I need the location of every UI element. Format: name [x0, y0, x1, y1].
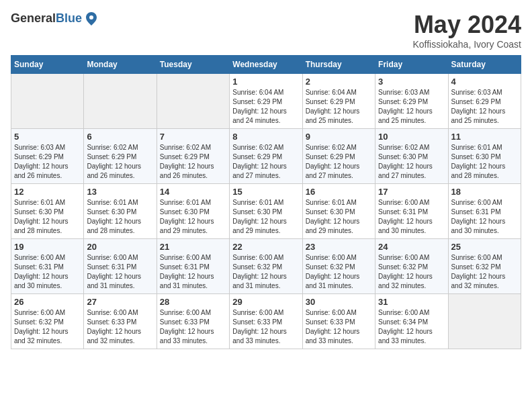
day-info: Sunrise: 6:00 AMSunset: 6:33 PMDaylight:… [160, 308, 226, 346]
calendar-cell: 22Sunrise: 6:00 AMSunset: 6:32 PMDayligh… [230, 239, 302, 294]
weekday-header-monday: Monday [84, 56, 157, 74]
week-row-3: 12Sunrise: 6:01 AMSunset: 6:30 PMDayligh… [11, 184, 521, 239]
day-info: Sunrise: 6:01 AMSunset: 6:30 PMDaylight:… [232, 198, 299, 236]
calendar-cell [11, 74, 84, 129]
day-info: Sunrise: 6:01 AMSunset: 6:30 PMDaylight:… [14, 198, 81, 236]
day-info: Sunrise: 6:01 AMSunset: 6:30 PMDaylight:… [160, 198, 226, 236]
day-number: 18 [451, 187, 518, 197]
calendar-cell: 13Sunrise: 6:01 AMSunset: 6:30 PMDayligh… [84, 184, 157, 239]
day-number: 15 [232, 187, 299, 197]
calendar-cell: 25Sunrise: 6:00 AMSunset: 6:32 PMDayligh… [448, 239, 521, 294]
week-row-2: 5Sunrise: 6:03 AMSunset: 6:29 PMDaylight… [11, 129, 521, 184]
calendar-cell: 27Sunrise: 6:00 AMSunset: 6:33 PMDayligh… [84, 294, 157, 349]
day-info: Sunrise: 6:02 AMSunset: 6:30 PMDaylight:… [378, 143, 445, 181]
day-number: 25 [451, 242, 518, 252]
calendar-cell: 10Sunrise: 6:02 AMSunset: 6:30 PMDayligh… [375, 129, 448, 184]
calendar-cell [84, 74, 157, 129]
day-info: Sunrise: 6:00 AMSunset: 6:32 PMDaylight:… [451, 253, 518, 291]
day-info: Sunrise: 6:00 AMSunset: 6:32 PMDaylight:… [232, 253, 299, 291]
day-number: 16 [306, 187, 372, 197]
calendar-cell [157, 74, 229, 129]
day-number: 23 [306, 242, 372, 252]
day-info: Sunrise: 6:02 AMSunset: 6:29 PMDaylight:… [160, 143, 226, 181]
day-number: 3 [378, 77, 445, 87]
calendar-cell: 24Sunrise: 6:00 AMSunset: 6:32 PMDayligh… [375, 239, 448, 294]
day-number: 7 [160, 132, 226, 142]
logo-general: GeneralBlue [11, 12, 82, 26]
calendar-cell: 29Sunrise: 6:00 AMSunset: 6:33 PMDayligh… [230, 294, 302, 349]
day-info: Sunrise: 6:00 AMSunset: 6:33 PMDaylight:… [306, 308, 372, 346]
calendar-cell: 15Sunrise: 6:01 AMSunset: 6:30 PMDayligh… [230, 184, 302, 239]
calendar-cell: 9Sunrise: 6:02 AMSunset: 6:29 PMDaylight… [302, 129, 375, 184]
calendar-cell: 26Sunrise: 6:00 AMSunset: 6:32 PMDayligh… [11, 294, 84, 349]
month-year: May 2024 [412, 11, 521, 39]
calendar-cell: 28Sunrise: 6:00 AMSunset: 6:33 PMDayligh… [157, 294, 229, 349]
calendar-cell: 5Sunrise: 6:03 AMSunset: 6:29 PMDaylight… [11, 129, 84, 184]
day-info: Sunrise: 6:00 AMSunset: 6:32 PMDaylight:… [14, 308, 81, 346]
calendar-cell: 2Sunrise: 6:04 AMSunset: 6:29 PMDaylight… [302, 74, 375, 129]
day-info: Sunrise: 6:03 AMSunset: 6:29 PMDaylight:… [14, 143, 81, 181]
day-info: Sunrise: 6:00 AMSunset: 6:31 PMDaylight:… [451, 198, 518, 236]
logo-icon [83, 11, 99, 27]
weekday-header-wednesday: Wednesday [230, 56, 302, 74]
weekday-header-tuesday: Tuesday [157, 56, 229, 74]
week-row-5: 26Sunrise: 6:00 AMSunset: 6:32 PMDayligh… [11, 294, 521, 349]
day-info: Sunrise: 6:00 AMSunset: 6:31 PMDaylight:… [87, 253, 153, 291]
day-number: 26 [14, 297, 81, 307]
day-number: 13 [87, 187, 153, 197]
day-info: Sunrise: 6:01 AMSunset: 6:30 PMDaylight:… [451, 143, 518, 181]
day-number: 30 [306, 297, 372, 307]
calendar-cell: 19Sunrise: 6:00 AMSunset: 6:31 PMDayligh… [11, 239, 84, 294]
calendar-cell: 6Sunrise: 6:02 AMSunset: 6:29 PMDaylight… [84, 129, 157, 184]
calendar-cell: 23Sunrise: 6:00 AMSunset: 6:32 PMDayligh… [302, 239, 375, 294]
day-info: Sunrise: 6:01 AMSunset: 6:30 PMDaylight:… [306, 198, 372, 236]
calendar-cell: 30Sunrise: 6:00 AMSunset: 6:33 PMDayligh… [302, 294, 375, 349]
day-info: Sunrise: 6:04 AMSunset: 6:29 PMDaylight:… [306, 88, 372, 126]
day-number: 8 [232, 132, 299, 142]
day-info: Sunrise: 6:00 AMSunset: 6:32 PMDaylight:… [378, 253, 445, 291]
calendar-cell: 17Sunrise: 6:00 AMSunset: 6:31 PMDayligh… [375, 184, 448, 239]
day-number: 11 [451, 132, 518, 142]
calendar-cell: 16Sunrise: 6:01 AMSunset: 6:30 PMDayligh… [302, 184, 375, 239]
day-number: 6 [87, 132, 153, 142]
day-number: 22 [232, 242, 299, 252]
day-info: Sunrise: 6:00 AMSunset: 6:31 PMDaylight:… [160, 253, 226, 291]
day-number: 14 [160, 187, 226, 197]
day-number: 21 [160, 242, 226, 252]
calendar-cell [448, 294, 521, 349]
weekday-header-friday: Friday [375, 56, 448, 74]
calendar-cell: 20Sunrise: 6:00 AMSunset: 6:31 PMDayligh… [84, 239, 157, 294]
day-number: 1 [232, 77, 299, 87]
day-info: Sunrise: 6:03 AMSunset: 6:29 PMDaylight:… [451, 88, 518, 126]
day-number: 29 [232, 297, 299, 307]
day-info: Sunrise: 6:00 AMSunset: 6:33 PMDaylight:… [232, 308, 299, 346]
day-number: 27 [87, 297, 153, 307]
calendar-cell: 21Sunrise: 6:00 AMSunset: 6:31 PMDayligh… [157, 239, 229, 294]
day-number: 10 [378, 132, 445, 142]
week-row-4: 19Sunrise: 6:00 AMSunset: 6:31 PMDayligh… [11, 239, 521, 294]
calendar-table: SundayMondayTuesdayWednesdayThursdayFrid… [11, 55, 521, 349]
location: Koffissiokaha, Ivory Coast [412, 39, 521, 50]
day-info: Sunrise: 6:00 AMSunset: 6:33 PMDaylight:… [87, 308, 153, 346]
calendar-cell: 8Sunrise: 6:02 AMSunset: 6:29 PMDaylight… [230, 129, 302, 184]
day-info: Sunrise: 6:01 AMSunset: 6:30 PMDaylight:… [87, 198, 153, 236]
day-info: Sunrise: 6:02 AMSunset: 6:29 PMDaylight:… [232, 143, 299, 181]
day-number: 20 [87, 242, 153, 252]
day-number: 24 [378, 242, 445, 252]
title-area: May 2024 Koffissiokaha, Ivory Coast [412, 11, 521, 50]
logo: GeneralBlue [11, 11, 99, 27]
day-number: 5 [14, 132, 81, 142]
day-info: Sunrise: 6:02 AMSunset: 6:29 PMDaylight:… [87, 143, 153, 181]
day-number: 31 [378, 297, 445, 307]
day-number: 19 [14, 242, 81, 252]
weekday-header-sunday: Sunday [11, 56, 84, 74]
calendar-cell: 3Sunrise: 6:03 AMSunset: 6:29 PMDaylight… [375, 74, 448, 129]
weekday-header-row: SundayMondayTuesdayWednesdayThursdayFrid… [11, 56, 521, 74]
day-info: Sunrise: 6:00 AMSunset: 6:31 PMDaylight:… [378, 198, 445, 236]
day-number: 28 [160, 297, 226, 307]
day-info: Sunrise: 6:00 AMSunset: 6:32 PMDaylight:… [306, 253, 372, 291]
calendar-cell: 7Sunrise: 6:02 AMSunset: 6:29 PMDaylight… [157, 129, 229, 184]
weekday-header-saturday: Saturday [448, 56, 521, 74]
weekday-header-thursday: Thursday [302, 56, 375, 74]
day-number: 4 [451, 77, 518, 87]
